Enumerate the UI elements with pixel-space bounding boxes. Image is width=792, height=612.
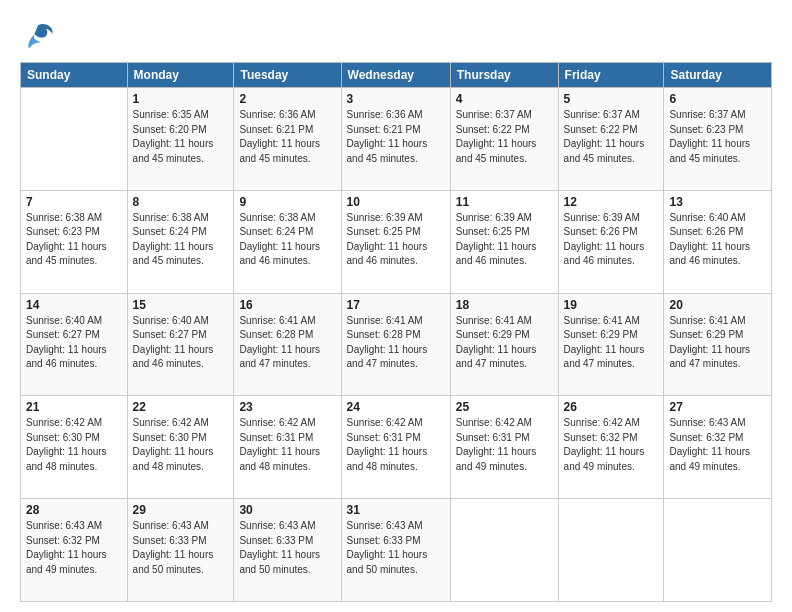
calendar-cell: 12Sunrise: 6:39 AM Sunset: 6:26 PM Dayli… bbox=[558, 190, 664, 293]
calendar-table: SundayMondayTuesdayWednesdayThursdayFrid… bbox=[20, 62, 772, 602]
day-info: Sunrise: 6:38 AM Sunset: 6:24 PM Dayligh… bbox=[239, 211, 335, 269]
page: SundayMondayTuesdayWednesdayThursdayFrid… bbox=[0, 0, 792, 612]
day-info: Sunrise: 6:35 AM Sunset: 6:20 PM Dayligh… bbox=[133, 108, 229, 166]
day-number: 5 bbox=[564, 92, 659, 106]
day-number: 3 bbox=[347, 92, 445, 106]
calendar-cell: 2Sunrise: 6:36 AM Sunset: 6:21 PM Daylig… bbox=[234, 88, 341, 191]
day-info: Sunrise: 6:37 AM Sunset: 6:23 PM Dayligh… bbox=[669, 108, 766, 166]
day-number: 13 bbox=[669, 195, 766, 209]
day-info: Sunrise: 6:41 AM Sunset: 6:28 PM Dayligh… bbox=[347, 314, 445, 372]
header bbox=[20, 18, 772, 54]
calendar-cell: 3Sunrise: 6:36 AM Sunset: 6:21 PM Daylig… bbox=[341, 88, 450, 191]
calendar-cell: 9Sunrise: 6:38 AM Sunset: 6:24 PM Daylig… bbox=[234, 190, 341, 293]
calendar-header-row: SundayMondayTuesdayWednesdayThursdayFrid… bbox=[21, 63, 772, 88]
calendar-cell: 28Sunrise: 6:43 AM Sunset: 6:32 PM Dayli… bbox=[21, 499, 128, 602]
calendar-cell bbox=[450, 499, 558, 602]
day-number: 18 bbox=[456, 298, 553, 312]
calendar-cell: 26Sunrise: 6:42 AM Sunset: 6:32 PM Dayli… bbox=[558, 396, 664, 499]
calendar-cell: 10Sunrise: 6:39 AM Sunset: 6:25 PM Dayli… bbox=[341, 190, 450, 293]
calendar-cell: 30Sunrise: 6:43 AM Sunset: 6:33 PM Dayli… bbox=[234, 499, 341, 602]
day-number: 9 bbox=[239, 195, 335, 209]
calendar-cell: 4Sunrise: 6:37 AM Sunset: 6:22 PM Daylig… bbox=[450, 88, 558, 191]
day-number: 17 bbox=[347, 298, 445, 312]
calendar-cell: 23Sunrise: 6:42 AM Sunset: 6:31 PM Dayli… bbox=[234, 396, 341, 499]
calendar-cell: 1Sunrise: 6:35 AM Sunset: 6:20 PM Daylig… bbox=[127, 88, 234, 191]
calendar-week-row: 1Sunrise: 6:35 AM Sunset: 6:20 PM Daylig… bbox=[21, 88, 772, 191]
weekday-header: Monday bbox=[127, 63, 234, 88]
day-number: 16 bbox=[239, 298, 335, 312]
day-number: 12 bbox=[564, 195, 659, 209]
calendar-cell: 13Sunrise: 6:40 AM Sunset: 6:26 PM Dayli… bbox=[664, 190, 772, 293]
day-number: 2 bbox=[239, 92, 335, 106]
calendar-cell: 20Sunrise: 6:41 AM Sunset: 6:29 PM Dayli… bbox=[664, 293, 772, 396]
calendar-cell: 17Sunrise: 6:41 AM Sunset: 6:28 PM Dayli… bbox=[341, 293, 450, 396]
day-number: 23 bbox=[239, 400, 335, 414]
calendar-cell: 14Sunrise: 6:40 AM Sunset: 6:27 PM Dayli… bbox=[21, 293, 128, 396]
day-number: 1 bbox=[133, 92, 229, 106]
day-number: 19 bbox=[564, 298, 659, 312]
day-info: Sunrise: 6:42 AM Sunset: 6:31 PM Dayligh… bbox=[239, 416, 335, 474]
day-number: 6 bbox=[669, 92, 766, 106]
day-info: Sunrise: 6:39 AM Sunset: 6:25 PM Dayligh… bbox=[347, 211, 445, 269]
day-info: Sunrise: 6:37 AM Sunset: 6:22 PM Dayligh… bbox=[456, 108, 553, 166]
day-number: 30 bbox=[239, 503, 335, 517]
logo-icon bbox=[20, 18, 56, 54]
day-info: Sunrise: 6:39 AM Sunset: 6:26 PM Dayligh… bbox=[564, 211, 659, 269]
calendar-cell bbox=[21, 88, 128, 191]
weekday-header: Friday bbox=[558, 63, 664, 88]
day-info: Sunrise: 6:40 AM Sunset: 6:27 PM Dayligh… bbox=[26, 314, 122, 372]
weekday-header: Saturday bbox=[664, 63, 772, 88]
day-number: 15 bbox=[133, 298, 229, 312]
day-number: 10 bbox=[347, 195, 445, 209]
day-number: 28 bbox=[26, 503, 122, 517]
day-info: Sunrise: 6:39 AM Sunset: 6:25 PM Dayligh… bbox=[456, 211, 553, 269]
calendar-cell: 5Sunrise: 6:37 AM Sunset: 6:22 PM Daylig… bbox=[558, 88, 664, 191]
day-number: 31 bbox=[347, 503, 445, 517]
logo bbox=[20, 18, 60, 54]
calendar-cell: 7Sunrise: 6:38 AM Sunset: 6:23 PM Daylig… bbox=[21, 190, 128, 293]
weekday-header: Wednesday bbox=[341, 63, 450, 88]
day-info: Sunrise: 6:42 AM Sunset: 6:30 PM Dayligh… bbox=[26, 416, 122, 474]
day-info: Sunrise: 6:43 AM Sunset: 6:33 PM Dayligh… bbox=[347, 519, 445, 577]
day-info: Sunrise: 6:36 AM Sunset: 6:21 PM Dayligh… bbox=[239, 108, 335, 166]
day-info: Sunrise: 6:37 AM Sunset: 6:22 PM Dayligh… bbox=[564, 108, 659, 166]
day-number: 20 bbox=[669, 298, 766, 312]
weekday-header: Sunday bbox=[21, 63, 128, 88]
day-info: Sunrise: 6:40 AM Sunset: 6:26 PM Dayligh… bbox=[669, 211, 766, 269]
day-number: 27 bbox=[669, 400, 766, 414]
day-info: Sunrise: 6:38 AM Sunset: 6:24 PM Dayligh… bbox=[133, 211, 229, 269]
day-number: 25 bbox=[456, 400, 553, 414]
day-info: Sunrise: 6:43 AM Sunset: 6:33 PM Dayligh… bbox=[133, 519, 229, 577]
calendar-week-row: 28Sunrise: 6:43 AM Sunset: 6:32 PM Dayli… bbox=[21, 499, 772, 602]
day-info: Sunrise: 6:41 AM Sunset: 6:28 PM Dayligh… bbox=[239, 314, 335, 372]
calendar-cell: 24Sunrise: 6:42 AM Sunset: 6:31 PM Dayli… bbox=[341, 396, 450, 499]
day-info: Sunrise: 6:43 AM Sunset: 6:32 PM Dayligh… bbox=[26, 519, 122, 577]
calendar-cell: 25Sunrise: 6:42 AM Sunset: 6:31 PM Dayli… bbox=[450, 396, 558, 499]
day-number: 24 bbox=[347, 400, 445, 414]
calendar-week-row: 7Sunrise: 6:38 AM Sunset: 6:23 PM Daylig… bbox=[21, 190, 772, 293]
day-info: Sunrise: 6:42 AM Sunset: 6:31 PM Dayligh… bbox=[347, 416, 445, 474]
day-number: 8 bbox=[133, 195, 229, 209]
day-info: Sunrise: 6:42 AM Sunset: 6:32 PM Dayligh… bbox=[564, 416, 659, 474]
day-number: 11 bbox=[456, 195, 553, 209]
weekday-header: Thursday bbox=[450, 63, 558, 88]
day-info: Sunrise: 6:41 AM Sunset: 6:29 PM Dayligh… bbox=[456, 314, 553, 372]
day-number: 29 bbox=[133, 503, 229, 517]
day-number: 7 bbox=[26, 195, 122, 209]
calendar-cell: 27Sunrise: 6:43 AM Sunset: 6:32 PM Dayli… bbox=[664, 396, 772, 499]
day-info: Sunrise: 6:43 AM Sunset: 6:32 PM Dayligh… bbox=[669, 416, 766, 474]
day-info: Sunrise: 6:41 AM Sunset: 6:29 PM Dayligh… bbox=[669, 314, 766, 372]
day-number: 14 bbox=[26, 298, 122, 312]
calendar-cell: 29Sunrise: 6:43 AM Sunset: 6:33 PM Dayli… bbox=[127, 499, 234, 602]
calendar-cell bbox=[558, 499, 664, 602]
calendar-cell: 16Sunrise: 6:41 AM Sunset: 6:28 PM Dayli… bbox=[234, 293, 341, 396]
calendar-week-row: 14Sunrise: 6:40 AM Sunset: 6:27 PM Dayli… bbox=[21, 293, 772, 396]
calendar-cell: 6Sunrise: 6:37 AM Sunset: 6:23 PM Daylig… bbox=[664, 88, 772, 191]
day-number: 4 bbox=[456, 92, 553, 106]
calendar-cell: 31Sunrise: 6:43 AM Sunset: 6:33 PM Dayli… bbox=[341, 499, 450, 602]
day-info: Sunrise: 6:42 AM Sunset: 6:31 PM Dayligh… bbox=[456, 416, 553, 474]
day-info: Sunrise: 6:43 AM Sunset: 6:33 PM Dayligh… bbox=[239, 519, 335, 577]
day-number: 21 bbox=[26, 400, 122, 414]
calendar-cell: 18Sunrise: 6:41 AM Sunset: 6:29 PM Dayli… bbox=[450, 293, 558, 396]
calendar-cell: 15Sunrise: 6:40 AM Sunset: 6:27 PM Dayli… bbox=[127, 293, 234, 396]
